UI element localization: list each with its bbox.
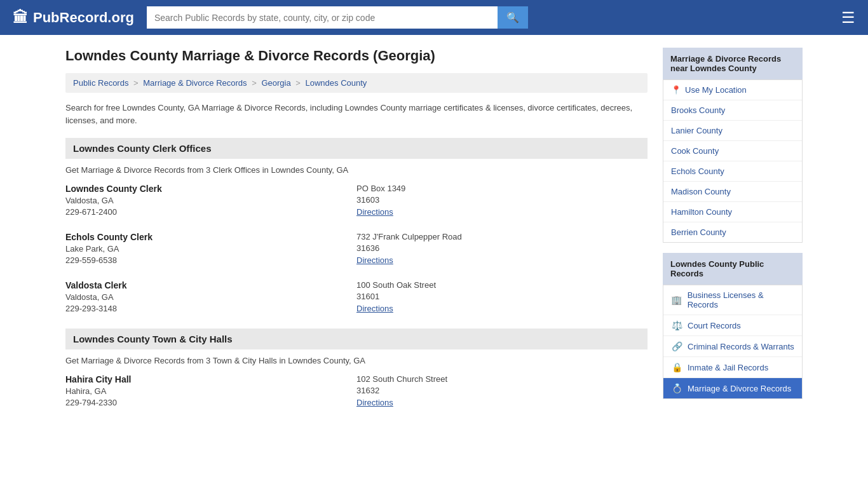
breadcrumb-sep-3: > [295, 78, 302, 88]
breadcrumb-sep-2: > [252, 78, 259, 88]
county-link-echols[interactable]: Echols County [671, 166, 724, 176]
office-city: Valdosta, GA [65, 292, 356, 302]
office-entry-lowndes-clerk: Lowndes County Clerk Valdosta, GA 229-67… [65, 184, 648, 219]
directions-link[interactable]: Directions [356, 207, 393, 217]
office-zip: 31632 [356, 386, 648, 395]
list-item[interactable]: Cook County [663, 141, 802, 161]
office-name: Echols County Clerk [65, 232, 356, 242]
court-records-link[interactable]: Court Records [688, 321, 741, 330]
list-item[interactable]: Berrien County [663, 222, 802, 242]
office-phone: 229-794-2330 [65, 398, 356, 407]
clerk-section-desc: Get Marriage & Divorce Records from 3 Cl… [65, 165, 648, 175]
use-location-label: Use My Location [685, 85, 747, 95]
county-link-lanier[interactable]: Lanier County [671, 126, 722, 135]
content-area: Lowndes County Marriage & Divorce Record… [65, 48, 648, 423]
nearby-section-title: Marriage & Divorce Records near Lowndes … [663, 48, 803, 79]
clerk-section-header: Lowndes County Clerk Offices [65, 138, 648, 159]
list-item-court[interactable]: ⚖️ Court Records [663, 315, 802, 336]
office-zip: 31603 [356, 195, 648, 205]
office-right: 732 J'Frank Culpepper Road 31636 Directi… [356, 232, 648, 265]
search-icon: 🔍 [506, 12, 519, 23]
office-address: PO Box 1349 [356, 184, 648, 193]
logo-icon: 🏛 [13, 9, 28, 27]
list-item-inmate[interactable]: 🔒 Inmate & Jail Records [663, 357, 802, 378]
office-name: Valdosta Clerk [65, 280, 356, 290]
breadcrumb-georgia[interactable]: Georgia [261, 78, 290, 88]
office-entry-hahira: Hahira City Hall Hahira, GA 229-794-2330… [65, 374, 648, 410]
court-icon: ⚖️ [671, 320, 682, 330]
public-records-list: 🏢 Business Licenses & Records ⚖️ Court R… [663, 285, 803, 399]
county-link-hamilton[interactable]: Hamilton County [671, 207, 732, 217]
list-item[interactable]: Echols County [663, 161, 802, 182]
page-description: Search for free Lowndes County, GA Marri… [65, 102, 648, 126]
list-item-marriage[interactable]: 💍 Marriage & Divorce Records [663, 378, 802, 398]
cityhall-section-header: Lowndes County Town & City Halls [65, 329, 648, 349]
office-left: Echols County Clerk Lake Park, GA 229-55… [65, 232, 356, 265]
list-item[interactable]: Hamilton County [663, 202, 802, 222]
list-item[interactable]: Madison County [663, 182, 802, 202]
office-city: Hahira, GA [65, 386, 356, 396]
inmate-records-link[interactable]: Inmate & Jail Records [688, 363, 768, 372]
site-header: 🏛 PubRecord.org 🔍 ☰ [0, 0, 868, 35]
office-address: 100 South Oak Street [356, 280, 648, 290]
business-icon: 🏢 [671, 295, 682, 305]
business-records-link[interactable]: Business Licenses & Records [688, 290, 794, 309]
office-name: Lowndes County Clerk [65, 184, 356, 194]
search-bar: 🔍 [147, 6, 528, 29]
office-entry-echols-clerk: Echols County Clerk Lake Park, GA 229-55… [65, 232, 648, 268]
office-address: 102 South Church Street [356, 374, 648, 384]
office-name: Hahira City Hall [65, 374, 356, 384]
marriage-records-link[interactable]: Marriage & Divorce Records [688, 384, 791, 393]
breadcrumb-lowndes[interactable]: Lowndes County [306, 78, 367, 88]
office-phone: 229-671-2400 [65, 207, 356, 217]
breadcrumb-marriage-divorce[interactable]: Marriage & Divorce Records [143, 78, 247, 88]
logo-text: PubRecord.org [33, 10, 134, 26]
public-records-section-title: Lowndes County Public Records [663, 253, 803, 285]
location-icon: 📍 [671, 85, 681, 95]
office-left: Valdosta Clerk Valdosta, GA 229-293-3148 [65, 280, 356, 313]
office-left: Lowndes County Clerk Valdosta, GA 229-67… [65, 184, 356, 217]
cityhall-section-desc: Get Marriage & Divorce Records from 3 To… [65, 356, 648, 365]
office-right: 102 South Church Street 31632 Directions [356, 374, 648, 407]
criminal-icon: 🔗 [671, 341, 682, 351]
logo-link[interactable]: 🏛 PubRecord.org [13, 9, 134, 27]
directions-link[interactable]: Directions [356, 304, 393, 313]
office-zip: 31601 [356, 292, 648, 301]
office-entry-valdosta-clerk: Valdosta Clerk Valdosta, GA 229-293-3148… [65, 280, 648, 316]
inmate-icon: 🔒 [671, 362, 682, 372]
sidebar: Marriage & Divorce Records near Lowndes … [663, 48, 803, 423]
directions-link[interactable]: Directions [356, 398, 393, 407]
office-city: Valdosta, GA [65, 196, 356, 205]
menu-icon[interactable]: ☰ [841, 9, 855, 27]
county-link-cook[interactable]: Cook County [671, 146, 719, 156]
search-button[interactable]: 🔍 [498, 6, 528, 29]
office-right: 100 South Oak Street 31601 Directions [356, 280, 648, 313]
search-input[interactable] [147, 6, 498, 29]
page-title: Lowndes County Marriage & Divorce Record… [65, 48, 648, 64]
list-item-criminal[interactable]: 🔗 Criminal Records & Warrants [663, 336, 802, 357]
county-link-berrien[interactable]: Berrien County [671, 227, 726, 237]
office-phone: 229-559-6538 [65, 255, 356, 265]
main-container: Lowndes County Marriage & Divorce Record… [53, 35, 815, 435]
list-item-business[interactable]: 🏢 Business Licenses & Records [663, 285, 802, 315]
county-link-brooks[interactable]: Brooks County [671, 105, 725, 115]
use-my-location[interactable]: 📍 Use My Location [663, 80, 802, 100]
office-address: 732 J'Frank Culpepper Road [356, 232, 648, 241]
county-link-madison[interactable]: Madison County [671, 187, 731, 196]
marriage-icon: 💍 [671, 383, 682, 393]
office-phone: 229-293-3148 [65, 304, 356, 313]
nearby-counties-list: 📍 Use My Location Brooks County Lanier C… [663, 79, 803, 243]
breadcrumb-sep-1: > [133, 78, 140, 88]
office-right: PO Box 1349 31603 Directions [356, 184, 648, 217]
breadcrumb: Public Records > Marriage & Divorce Reco… [65, 73, 648, 93]
breadcrumb-public-records[interactable]: Public Records [73, 78, 128, 88]
directions-link[interactable]: Directions [356, 255, 393, 265]
list-item[interactable]: Lanier County [663, 121, 802, 141]
office-zip: 31636 [356, 243, 648, 253]
criminal-records-link[interactable]: Criminal Records & Warrants [688, 342, 794, 351]
office-left: Hahira City Hall Hahira, GA 229-794-2330 [65, 374, 356, 407]
list-item[interactable]: Brooks County [663, 100, 802, 121]
office-city: Lake Park, GA [65, 244, 356, 254]
